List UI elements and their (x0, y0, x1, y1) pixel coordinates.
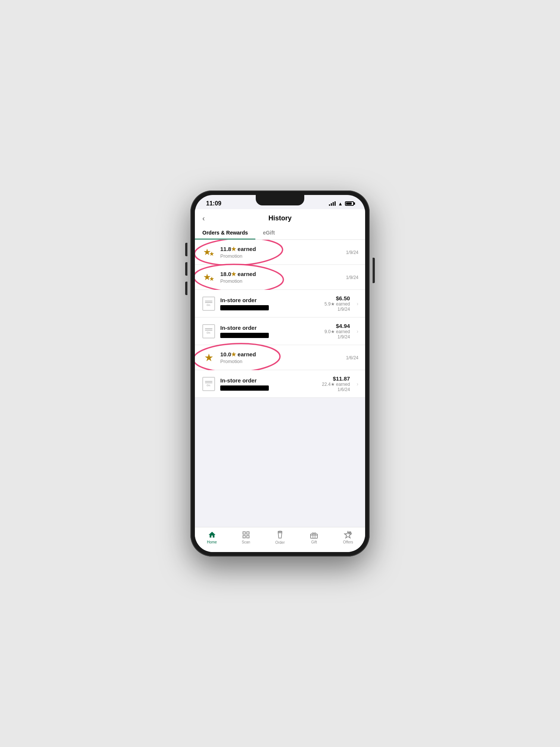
bottom-nav: Home Scan Order (195, 527, 365, 552)
promo2-info: 18.0★ earned Promotion (220, 271, 342, 284)
receipt-icon-3: Go. (202, 377, 216, 391)
nav-scan[interactable]: Scan (235, 531, 257, 544)
order1-amount: $6.50 (324, 295, 350, 301)
history-item-promo3[interactable]: ★ 10.0★ earned Promotion 1/6/24 (195, 345, 365, 370)
promo1-info: 11.8★ earned Promotion (220, 246, 342, 259)
offers-star-icon: + (344, 531, 352, 539)
svg-text:+: + (349, 532, 351, 534)
battery-icon (345, 201, 354, 206)
order1-right: $6.50 5.9★ earned 1/9/24 (324, 295, 350, 312)
history-item-order3[interactable]: Go. In-store order $11.87 22.4★ earned 1… (195, 370, 365, 398)
order3-right: $11.87 22.4★ earned 1/6/24 (322, 375, 350, 392)
history-content: ★ ★ 11.8★ earned Promotion 1/9/24 (195, 240, 365, 527)
tab-bar: Orders & Rewards eGift (195, 226, 365, 240)
svg-rect-5 (243, 536, 245, 538)
order3-amount: $11.87 (322, 375, 350, 382)
order2-redacted (220, 333, 269, 338)
order3-date: 1/6/24 (322, 387, 350, 392)
order-cup-icon (276, 530, 284, 539)
header-title-row: ‹ History (202, 212, 358, 226)
promo1-title: 11.8★ earned (220, 246, 342, 252)
promo1-date: 1/9/24 (346, 249, 358, 255)
nav-gift-label: Gift (311, 540, 317, 544)
app-header: ‹ History (195, 209, 365, 226)
history-item-promo1[interactable]: ★ ★ 11.8★ earned Promotion 1/9/24 (195, 240, 365, 265)
order2-info: In-store order (220, 325, 320, 338)
promo-stars-icon: ★ ★ (202, 245, 216, 259)
history-item-order1[interactable]: Go. In-store order $6.50 5.9★ earned 1/9… (195, 290, 365, 317)
gift-icon (310, 531, 318, 539)
order3-redacted (220, 385, 269, 391)
order1-date: 1/9/24 (324, 307, 350, 312)
order1-redacted (220, 305, 269, 310)
order1-stars: 5.9★ earned (324, 301, 350, 307)
promo2-title: 18.0★ earned (220, 271, 342, 278)
nav-offers[interactable]: + Offers (337, 531, 359, 544)
nav-home[interactable]: Home (201, 531, 223, 544)
tab-egift[interactable]: eGift (255, 226, 282, 239)
history-item-promo2[interactable]: ★ ★ 18.0★ earned Promotion 1/9/24 (195, 265, 365, 290)
promo3-title: 10.0★ earned (220, 351, 342, 358)
promo1-subtitle: Promotion (220, 253, 342, 259)
scan-icon (242, 531, 250, 539)
wifi-icon: ▲ (338, 201, 343, 207)
promo3-star-icon: ★ (202, 350, 216, 365)
order2-stars: 9.0★ earned (324, 329, 350, 334)
signal-icon (329, 201, 336, 206)
chevron-right-icon: › (357, 301, 358, 307)
back-button[interactable]: ‹ (202, 214, 205, 223)
receipt-icon-2: Go. (202, 324, 216, 338)
order2-right: $4.94 9.0★ earned 1/9/24 (324, 323, 350, 340)
order3-title: In-store order (220, 377, 317, 384)
nav-gift[interactable]: Gift (303, 531, 325, 544)
promo2-stars-icon: ★ ★ (202, 270, 216, 284)
promo3-date: 1/6/24 (346, 354, 358, 361)
nav-home-label: Home (207, 540, 217, 544)
home-icon (208, 531, 216, 539)
order3-info: In-store order (220, 377, 317, 391)
nav-order[interactable]: Order (269, 530, 291, 545)
order1-title: In-store order (220, 297, 320, 303)
notch (256, 195, 304, 205)
order2-title: In-store order (220, 325, 320, 331)
promo2-subtitle: Promotion (220, 278, 342, 284)
page-title: History (268, 214, 292, 222)
tab-orders-rewards[interactable]: Orders & Rewards (195, 226, 255, 239)
nav-order-label: Order (275, 540, 285, 545)
phone-screen: 11:09 ▲ ‹ History (195, 195, 365, 552)
order1-info: In-store order (220, 297, 320, 310)
phone-frame: 11:09 ▲ ‹ History (190, 190, 370, 557)
svg-rect-3 (243, 532, 245, 534)
svg-rect-4 (247, 532, 249, 534)
nav-offers-label: Offers (343, 540, 353, 544)
promo2-date: 1/9/24 (346, 274, 358, 280)
promo3-subtitle: Promotion (220, 359, 342, 364)
status-icons: ▲ (329, 201, 354, 207)
promo3-info: 10.0★ earned Promotion (220, 351, 342, 364)
status-time: 11:09 (206, 200, 221, 207)
order3-stars: 22.4★ earned (322, 382, 350, 387)
chevron-right-icon-2: › (357, 328, 358, 334)
history-item-order2[interactable]: Go. In-store order $4.94 9.0★ earned 1/9… (195, 317, 365, 345)
svg-rect-6 (247, 536, 249, 538)
nav-scan-label: Scan (242, 540, 250, 544)
receipt-icon-1: Go. (202, 297, 216, 311)
chevron-right-icon-3: › (357, 381, 358, 387)
order2-date: 1/9/24 (324, 334, 350, 340)
svg-rect-9 (313, 534, 315, 538)
order2-amount: $4.94 (324, 323, 350, 329)
svg-rect-8 (311, 534, 317, 538)
